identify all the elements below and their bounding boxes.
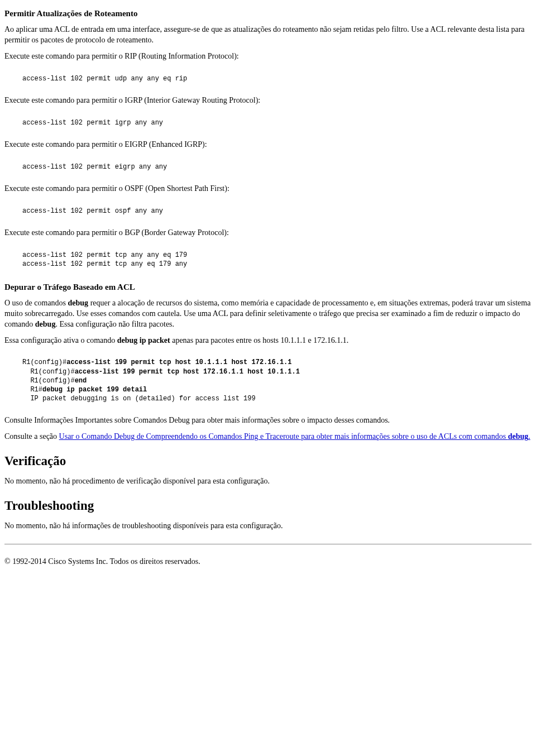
routing-updates-intro: Ao aplicar uma ACL de entrada em uma int… bbox=[4, 25, 532, 46]
ospf-text: Execute este comando para permitir o OSP… bbox=[4, 184, 532, 194]
text: apenas para pacotes entre os hosts 10.1.… bbox=[170, 336, 349, 344]
divider bbox=[4, 544, 532, 544]
prompt: R1# bbox=[22, 386, 42, 394]
ospf-code: access-list 102 permit ospf any any bbox=[22, 207, 532, 216]
prompt: R1(config)# bbox=[22, 368, 75, 376]
debug-para1: O uso de comandos debug requer a alocaçã… bbox=[4, 298, 532, 330]
link-text: Usar o Comando Debug de Compreendendo os… bbox=[59, 432, 508, 441]
bgp-text: Execute este comando para permitir o BGP… bbox=[4, 228, 532, 238]
verification-title: Verificação bbox=[4, 452, 532, 470]
text: Essa configuração ativa o comando bbox=[4, 336, 117, 344]
debug-link[interactable]: Usar o Comando Debug de Compreendendo os… bbox=[59, 432, 530, 441]
debug-ip-packet-bold: debug ip packet bbox=[117, 336, 170, 344]
cmd: end bbox=[75, 377, 87, 385]
debug-acl-title: Depurar o Tráfego Baseado em ACL bbox=[4, 281, 532, 293]
debug-after1: Consulte Informações Importantes sobre C… bbox=[4, 415, 532, 426]
text: Consulte a seção bbox=[4, 432, 59, 441]
igrp-text: Execute este comando para permitir o IGR… bbox=[4, 95, 532, 106]
debug-para2: Essa configuração ativa o comando debug … bbox=[4, 336, 532, 346]
text: . Essa configuração não filtra pacotes. bbox=[55, 320, 174, 328]
link-bold: debug bbox=[508, 432, 529, 441]
troubleshooting-title: Troubleshooting bbox=[4, 497, 532, 514]
verification-text: No momento, não há procedimento de verif… bbox=[4, 476, 532, 487]
output: IP packet debugging is on (detailed) for… bbox=[22, 395, 256, 403]
eigrp-code: access-list 102 permit eigrp any any bbox=[22, 162, 532, 171]
prompt: R1(config)# bbox=[22, 377, 75, 385]
link-tail: . bbox=[528, 432, 530, 441]
copyright-footer: © 1992-2014 Cisco Systems Inc. Todos os … bbox=[4, 557, 532, 567]
troubleshooting-text: No momento, não há informações de troubl… bbox=[4, 521, 532, 532]
debug-bold-2: debug bbox=[35, 320, 56, 328]
cmd: debug ip packet 199 detail bbox=[42, 386, 147, 394]
igrp-code: access-list 102 permit igrp any any bbox=[22, 118, 532, 127]
text: O uso de comandos bbox=[4, 299, 68, 307]
debug-config-code: R1(config)#access-list 199 permit tcp ho… bbox=[22, 358, 532, 403]
cmd: access-list 199 permit tcp host 172.16.1… bbox=[75, 368, 300, 376]
rip-code: access-list 102 permit udp any any eq ri… bbox=[22, 74, 532, 83]
eigrp-text: Execute este comando para permitir o EIG… bbox=[4, 140, 532, 150]
debug-after2: Consulte a seção Usar o Comando Debug de… bbox=[4, 432, 532, 442]
rip-text: Execute este comando para permitir o RIP… bbox=[4, 51, 532, 62]
bgp-code: access-list 102 permit tcp any any eq 17… bbox=[22, 251, 532, 269]
routing-updates-title: Permitir Atualizações de Roteamento bbox=[4, 8, 532, 19]
prompt: R1(config)# bbox=[22, 358, 66, 366]
debug-bold: debug bbox=[68, 299, 89, 307]
cmd: access-list 199 permit tcp host 10.1.1.1… bbox=[66, 358, 291, 366]
